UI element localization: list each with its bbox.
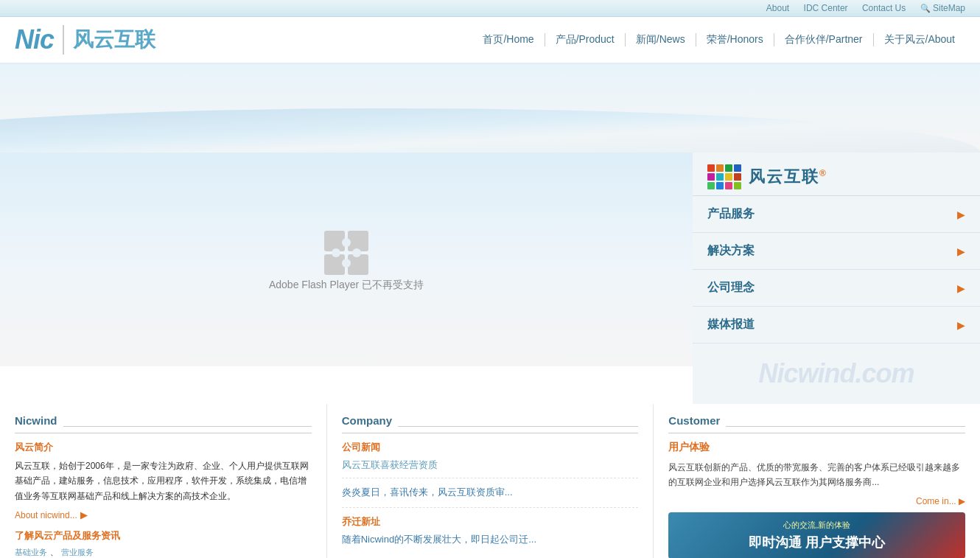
- user-experience-title: 用户体验: [668, 441, 965, 454]
- come-in-link[interactable]: Come in... ▶: [668, 496, 965, 506]
- about-arrow-icon: ▶: [80, 509, 88, 520]
- company-tab-line: [398, 426, 638, 427]
- move-link[interactable]: 随着Nicwind的不断发展壮大，即日起公司迁...: [342, 533, 639, 546]
- nav-news[interactable]: 新闻/News: [626, 33, 696, 46]
- nicwind-tab-label: Nicwind: [15, 414, 57, 427]
- service-section: 了解风云产品及服务资讯 基础业务 、 营业服务 软件研发 、 CDN服务: [15, 529, 312, 558]
- main-content: Adobe Flash Player 已不再受支持 风云互: [0, 153, 980, 404]
- service-tag-biz[interactable]: 营业服务: [61, 547, 94, 558]
- svg-rect-0: [324, 231, 345, 251]
- nicwind-intro-title: 风云简介: [15, 441, 312, 454]
- sidebar-item-media-label: 媒体报道: [707, 317, 755, 332]
- search-icon: 🔍: [920, 4, 931, 13]
- svg-rect-2: [324, 254, 345, 275]
- watermark-text: Nicwind.com: [758, 358, 914, 389]
- arrow-icon: ▶: [957, 245, 965, 257]
- sidebar-item-product[interactable]: 产品服务 ▶: [693, 196, 980, 233]
- company-col: Company 公司新闻 风云互联喜获经营资质 炎炎夏日，喜讯传来，风云互联资质…: [327, 404, 654, 558]
- banner: [0, 64, 980, 153]
- brand-grid-icon: [707, 164, 741, 189]
- banner-wave: [0, 108, 980, 153]
- about-nicwind-link[interactable]: About nicwind...: [15, 510, 77, 520]
- sidebar-item-solution[interactable]: 解决方案 ▶: [693, 233, 980, 270]
- support-banner-subtitle: 心的交流,新的体验: [680, 520, 953, 531]
- user-experience-text: 风云互联创新的产品、优质的带宽服务、完善的客户体系已经吸引越来越多的互联网企业和…: [668, 460, 965, 490]
- svg-point-7: [342, 259, 351, 268]
- customer-col: Customer 用户体验 风云互联创新的产品、优质的带宽服务、完善的客户体系已…: [654, 404, 980, 558]
- main-nav: 首页/Home 产品/Product 新闻/News 荣誉/Honors 合作伙…: [472, 33, 965, 46]
- brand-sup: ®: [819, 168, 827, 178]
- sidebar-watermark: Nicwind.com: [693, 343, 980, 404]
- news-item-1: 风云互联喜获经营资质: [342, 458, 639, 478]
- right-sidebar: 风云互联® 产品服务 ▶ 解决方案 ▶ 公司理念 ▶ 媒体报道 ▶ N: [693, 153, 980, 404]
- customer-tab-line: [726, 426, 965, 427]
- top-nav-contact[interactable]: Contact Us: [862, 3, 906, 13]
- flash-area: Adobe Flash Player 已不再受支持: [0, 153, 693, 366]
- bottom-three-cols: Nicwind 风云简介 风云互联，始创于2006年，是一家专注为政府、企业、个…: [0, 404, 980, 558]
- customer-tab-label: Customer: [668, 414, 720, 427]
- top-nav-idc[interactable]: IDC Center: [804, 3, 848, 13]
- nav-product[interactable]: 产品/Product: [545, 33, 626, 46]
- svg-point-4: [342, 238, 351, 247]
- service-title: 了解风云产品及服务资讯: [15, 529, 312, 543]
- arrow-icon: ▶: [957, 282, 965, 294]
- service-tags: 基础业务 、 营业服务 软件研发 、 CDN服务: [15, 547, 312, 558]
- brand-title: 风云互联®: [749, 166, 827, 188]
- nicwind-tab-line: [63, 426, 312, 427]
- sidebar-item-solution-label: 解决方案: [707, 243, 755, 259]
- move-item: 随着Nicwind的不断发展壮大，即日起公司迁...: [342, 533, 639, 554]
- sidebar-item-concept[interactable]: 公司理念 ▶: [693, 270, 980, 307]
- arrow-icon: ▶: [957, 209, 965, 220]
- news-item-2: 炎炎夏日，喜讯传来，风云互联资质审...: [342, 486, 639, 508]
- svg-point-6: [352, 248, 361, 257]
- company-tab-label: Company: [342, 414, 392, 427]
- company-move-section: 乔迁新址 随着Nicwind的不断发展壮大，即日起公司迁...: [342, 515, 639, 554]
- top-nav-sitemap[interactable]: 🔍 SiteMap: [920, 3, 965, 13]
- move-title: 乔迁新址: [342, 515, 639, 529]
- logo: Nic 风云互联: [15, 24, 155, 55]
- news-link-1[interactable]: 风云互联喜获经营资质: [342, 459, 438, 470]
- support-banner[interactable]: 心的交流,新的体验 即时沟通 用户支撑中心: [668, 512, 965, 558]
- svg-rect-3: [348, 254, 368, 275]
- service-tag-basic[interactable]: 基础业务: [15, 547, 47, 558]
- flash-puzzle-icon: [321, 227, 372, 279]
- logo-divider: [63, 25, 64, 55]
- logo-nic-text: Nic: [15, 24, 54, 55]
- sidebar-menu: 产品服务 ▶ 解决方案 ▶ 公司理念 ▶ 媒体报道 ▶: [693, 195, 980, 343]
- sidebar-item-concept-label: 公司理念: [707, 280, 755, 296]
- nicwind-tab-header: Nicwind: [15, 414, 312, 433]
- flash-unsupported-text: Adobe Flash Player 已不再受支持: [269, 279, 424, 292]
- logo-chinese-text: 风云互联: [73, 26, 155, 54]
- nav-home[interactable]: 首页/Home: [472, 33, 545, 46]
- nicwind-intro-text: 风云互联，始创于2006年，是一家专注为政府、企业、个人用户提供互联网基础产品，…: [15, 458, 312, 503]
- arrow-icon: ▶: [957, 319, 965, 331]
- left-content: Adobe Flash Player 已不再受支持: [0, 153, 693, 404]
- header: Nic 风云互联 首页/Home 产品/Product 新闻/News 荣誉/H…: [0, 17, 980, 64]
- svg-rect-1: [348, 231, 368, 251]
- arrow-right-icon: ▶: [959, 496, 965, 506]
- company-tab-header: Company: [342, 414, 639, 433]
- nav-honors[interactable]: 荣誉/Honors: [696, 33, 774, 46]
- top-bar: About IDC Center Contact Us 🔍 SiteMap: [0, 0, 980, 17]
- nicwind-col: Nicwind 风云简介 风云互联，始创于2006年，是一家专注为政府、企业、个…: [0, 404, 327, 558]
- news-link-2[interactable]: 炎炎夏日，喜讯传来，风云互联资质审...: [342, 486, 639, 499]
- support-banner-main: 即时沟通 用户支撑中心: [680, 534, 953, 551]
- sidebar-brand: 风云互联®: [693, 153, 980, 195]
- sidebar-item-product-label: 产品服务: [707, 206, 755, 222]
- about-link-row: About nicwind... ▶: [15, 509, 312, 520]
- top-nav-about[interactable]: About: [766, 3, 789, 13]
- nav-about[interactable]: 关于风云/About: [874, 33, 965, 46]
- sidebar-item-media[interactable]: 媒体报道 ▶: [693, 307, 980, 343]
- nav-partner[interactable]: 合作伙伴/Partner: [774, 33, 874, 46]
- company-news-title: 公司新闻: [342, 441, 639, 454]
- customer-tab-header: Customer: [668, 414, 965, 433]
- svg-point-5: [332, 248, 340, 257]
